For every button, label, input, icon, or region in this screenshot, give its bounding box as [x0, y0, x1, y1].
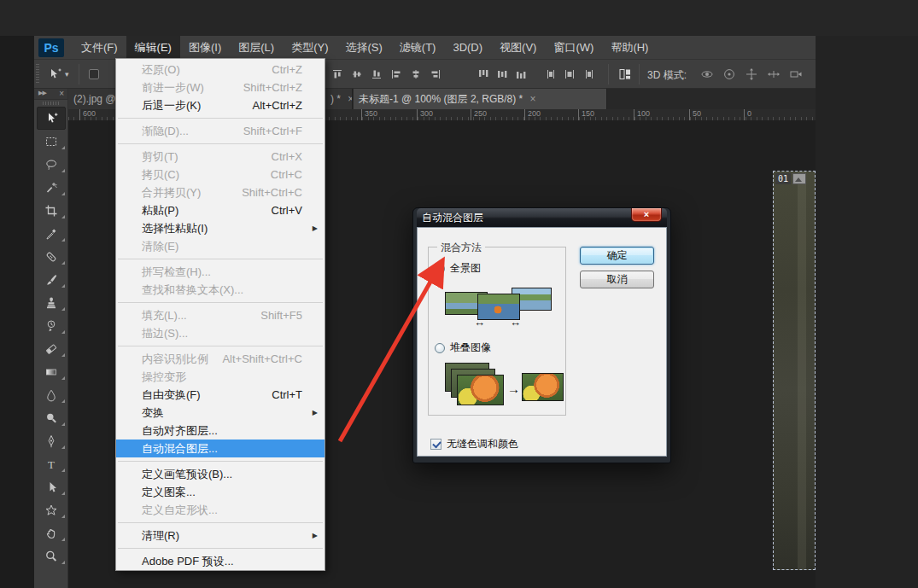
tool-brush[interactable] — [34, 268, 68, 291]
menu-item-step-forward[interactable]: 前进一步(W)Shift+Ctrl+Z — [116, 79, 325, 96]
menu-item-purge[interactable]: 清理(R)▶ — [116, 527, 325, 544]
menu-item-fill[interactable]: 填充(L)...Shift+F5 — [116, 306, 325, 324]
tool-zoom[interactable] — [34, 544, 68, 568]
tab-doc1[interactable]: (2).jpg @ 1 — [68, 89, 116, 109]
panel-grip[interactable] — [34, 100, 67, 107]
menu-file[interactable]: 文件(F) — [73, 36, 126, 60]
threed-roll-icon[interactable] — [722, 67, 736, 81]
seamless-checkbox-row[interactable]: 无缝色调和颜色 — [430, 437, 518, 451]
menu-type[interactable]: 类型(Y) — [283, 36, 336, 60]
menu-item-cut[interactable]: 剪切(T)Ctrl+X — [116, 148, 325, 166]
menu-item-adobe-pdf-presets[interactable]: Adobe PDF 预设... — [116, 552, 325, 570]
align-bottom-edges-icon[interactable] — [370, 67, 383, 81]
tab-close-icon[interactable]: × — [348, 93, 353, 105]
auto-align-layers-icon[interactable] — [618, 67, 632, 81]
menu-edit[interactable]: 编辑(E) — [126, 36, 180, 60]
menu-item-free-transform[interactable]: 自由变换(F)Ctrl+T — [116, 386, 325, 404]
menu-item-define-pattern[interactable]: 定义图案... — [116, 483, 325, 501]
align-top-edges-icon[interactable] — [330, 67, 344, 81]
menu-item-auto-align-layers[interactable]: 自动对齐图层... — [116, 422, 325, 440]
dialog-title-bar[interactable]: 自动混合图层 × — [417, 208, 667, 227]
distribute-bottom-icon[interactable] — [514, 67, 528, 81]
menu-item-copy[interactable]: 拷贝(C)Ctrl+C — [116, 166, 325, 183]
tool-path-selection[interactable] — [34, 475, 68, 498]
tool-lasso[interactable] — [34, 153, 68, 176]
menu-item-paste-special[interactable]: 选择性粘贴(I)▶ — [116, 219, 325, 237]
threed-orbit-icon[interactable] — [700, 67, 714, 81]
tool-type[interactable]: T — [34, 452, 68, 475]
tool-history-brush[interactable] — [34, 314, 68, 337]
seamless-checkbox[interactable] — [430, 439, 441, 450]
image-layer-strip[interactable]: 01 — [773, 171, 816, 570]
threed-slide-icon[interactable] — [767, 67, 781, 81]
menu-item-find-replace-text[interactable]: 查找和替换文本(X)... — [116, 281, 325, 299]
ruler-number: 300 — [417, 109, 433, 118]
align-vertical-centers-icon[interactable] — [350, 67, 364, 81]
panorama-radio-row[interactable]: 全景图 — [435, 261, 481, 276]
distribute-hcenter-icon[interactable] — [563, 67, 576, 81]
menu-filter[interactable]: 滤镜(T) — [391, 36, 445, 60]
threed-pan-icon[interactable] — [745, 67, 758, 81]
menu-item-puppet-warp[interactable]: 操控变形 — [116, 368, 325, 386]
tool-clone-stamp[interactable] — [34, 291, 68, 314]
menu-item-undo[interactable]: 还原(O)Ctrl+Z — [116, 61, 325, 79]
tool-spot-healing-brush[interactable] — [34, 245, 68, 268]
menu-3d[interactable]: 3D(D) — [444, 36, 491, 60]
tab-doc2-fragment[interactable]: ) * × — [325, 89, 353, 109]
panorama-radio[interactable] — [435, 264, 445, 274]
tool-eraser[interactable] — [34, 337, 68, 360]
menu-item-copy-merged[interactable]: 合并拷贝(Y)Shift+Ctrl+C — [116, 183, 325, 201]
stack-radio-row[interactable]: 堆叠图像 — [435, 341, 491, 355]
tool-dodge[interactable] — [34, 406, 68, 429]
ok-button[interactable]: 确定 — [580, 247, 654, 265]
tool-quick-selection[interactable] — [34, 176, 68, 199]
tool-eyedropper[interactable] — [34, 222, 68, 245]
tab-doc3-active[interactable]: 未标题-1 @ 100% (图层 2, RGB/8) * × — [354, 89, 607, 109]
cancel-button[interactable]: 取消 — [580, 271, 654, 288]
menu-view[interactable]: 视图(V) — [491, 36, 545, 60]
window-left-edge — [0, 36, 34, 588]
options-bar-grip[interactable] — [36, 64, 39, 84]
ruler-number: 100 — [634, 109, 650, 118]
align-left-edges-icon[interactable] — [389, 67, 403, 81]
menu-item-define-brush-preset[interactable]: 定义画笔预设(B)... — [116, 465, 325, 483]
dialog-close-button[interactable]: × — [631, 208, 662, 222]
menu-help[interactable]: 帮助(H) — [602, 36, 657, 60]
move-tool-icon[interactable] — [48, 67, 61, 81]
auto-select-checkbox[interactable] — [89, 69, 99, 79]
menu-item-paste[interactable]: 粘贴(P)Ctrl+V — [116, 201, 325, 219]
tab-close-icon[interactable]: × — [530, 93, 536, 105]
distribute-vcenter-icon[interactable] — [495, 67, 509, 81]
menu-select[interactable]: 选择(S) — [336, 36, 390, 60]
menu-item-fade[interactable]: 渐隐(D)...Shift+Ctrl+F — [116, 122, 325, 140]
menu-item-transform[interactable]: 变换▶ — [116, 404, 325, 422]
tool-move[interactable] — [37, 107, 66, 130]
move-tool-caret-icon[interactable]: ▾ — [65, 67, 69, 81]
distribute-top-icon[interactable] — [477, 67, 490, 81]
menu-item-check-spelling[interactable]: 拼写检查(H)... — [116, 263, 325, 281]
menu-item-stroke[interactable]: 描边(S)... — [116, 324, 325, 342]
tool-rectangular-marquee[interactable] — [34, 130, 68, 153]
menu-window[interactable]: 窗口(W) — [545, 36, 602, 60]
tool-gradient[interactable] — [34, 360, 68, 383]
tool-blur[interactable] — [34, 383, 68, 406]
distribute-left-icon[interactable] — [544, 67, 558, 81]
stack-radio[interactable] — [435, 343, 445, 353]
align-horizontal-centers-icon[interactable] — [409, 67, 423, 81]
menu-item-step-backward[interactable]: 后退一步(K)Alt+Ctrl+Z — [116, 96, 325, 114]
tool-hand[interactable] — [34, 521, 68, 544]
menu-item-auto-blend-layers[interactable]: 自动混合图层... — [116, 440, 325, 457]
menu-item-clear[interactable]: 清除(E) — [116, 237, 325, 255]
threed-camera-icon[interactable] — [789, 67, 803, 81]
panel-close-icon[interactable]: × — [59, 89, 64, 99]
distribute-right-icon[interactable] — [582, 67, 595, 81]
tool-custom-shape[interactable] — [34, 498, 68, 521]
menu-item-define-custom-shape[interactable]: 定义自定形状... — [116, 501, 325, 519]
menu-layer[interactable]: 图层(L) — [230, 36, 283, 60]
align-right-edges-icon[interactable] — [429, 67, 442, 81]
tool-crop[interactable] — [34, 199, 68, 222]
tool-pen[interactable] — [34, 429, 68, 452]
collapse-panel-icon[interactable]: ▶▶ — [38, 90, 46, 96]
menu-image[interactable]: 图像(I) — [180, 36, 230, 60]
menu-item-content-aware-scale[interactable]: 内容识别比例Alt+Shift+Ctrl+C — [116, 350, 325, 368]
